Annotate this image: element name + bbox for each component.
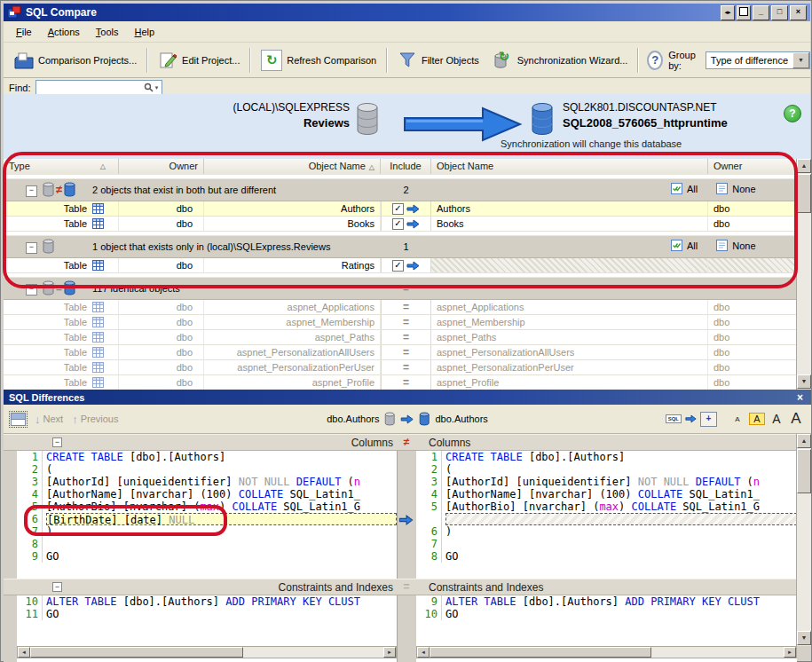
- scroll-thumb[interactable]: [797, 449, 811, 493]
- menu-tools[interactable]: Tools: [89, 24, 126, 40]
- table-icon: [92, 377, 104, 388]
- scroll-down-icon[interactable]: ▼: [797, 374, 811, 389]
- sql-differences-title: SQL Differences: [9, 392, 84, 403]
- previous-button[interactable]: Previous: [81, 414, 119, 424]
- object-row-aspnet_PersonalizationPerUser[interactable]: Tabledboaspnet_PersonalizationPerUser=as…: [4, 360, 797, 375]
- left-pane-hscrollbar[interactable]: ◄ ►: [17, 646, 397, 658]
- scroll-right-icon[interactable]: ►: [784, 647, 796, 658]
- include-arrow-icon: [406, 204, 420, 214]
- include-all-button[interactable]: All: [671, 240, 698, 251]
- object-row-Ratings[interactable]: TabledboRatings✓: [4, 258, 797, 273]
- font-size-smallest-button[interactable]: A: [729, 414, 745, 424]
- synchronization-wizard-button[interactable]: ↻ Synchronization Wizard...: [486, 46, 635, 75]
- include-none-button[interactable]: None: [716, 240, 755, 251]
- include-cell[interactable]: =: [381, 345, 431, 359]
- include-none-button[interactable]: None: [716, 183, 755, 194]
- column-header-owner-left[interactable]: Owner: [119, 159, 204, 174]
- font-size-medium-button[interactable]: A: [769, 411, 784, 427]
- column-header-owner-right[interactable]: Owner: [708, 159, 797, 174]
- scroll-up-icon[interactable]: ▲: [797, 159, 811, 173]
- code-line: 2(: [416, 463, 797, 476]
- column-header-object-name-left[interactable]: Object Name△: [204, 159, 381, 174]
- object-row-aspnet_Paths[interactable]: Tabledboaspnet_Paths=aspnet_Pathsdbo: [4, 330, 797, 345]
- grid-vertical-scrollbar[interactable]: ▲ ▼: [796, 159, 811, 390]
- maximize-button[interactable]: □: [771, 5, 788, 20]
- column-header-type[interactable]: Type△: [4, 159, 119, 174]
- scroll-thumb[interactable]: [30, 647, 243, 658]
- object-row-Books[interactable]: TabledboBooks✓Booksdbo: [4, 217, 797, 232]
- scroll-up-icon[interactable]: ▲: [797, 434, 811, 448]
- group-row[interactable]: −1 object that exists only in (local)\SQ…: [4, 235, 797, 258]
- expand-all-button[interactable]: +: [700, 412, 717, 427]
- scroll-left-icon[interactable]: ◄: [417, 647, 430, 658]
- menu-actions[interactable]: Actions: [41, 24, 87, 40]
- font-size-small-button[interactable]: A: [749, 413, 765, 425]
- menu-help[interactable]: Help: [128, 24, 162, 40]
- database-icon: [420, 412, 430, 426]
- collapse-icon[interactable]: −: [26, 284, 37, 296]
- help-icon-green[interactable]: ?: [784, 105, 801, 122]
- target-sql-pane[interactable]: 1CREATE TABLE [dbo].[Authors]2(3[AuthorI…: [416, 451, 797, 579]
- menu-file[interactable]: File: [9, 24, 39, 40]
- font-size-large-button[interactable]: A: [788, 409, 804, 429]
- group-row[interactable]: −≠2 objects that exist in both but are d…: [4, 178, 797, 201]
- search-icon[interactable]: [144, 83, 154, 92]
- owner-cell: dbo: [119, 330, 204, 344]
- object-row-aspnet_Applications[interactable]: Tabledboaspnet_Applications=aspnet_Appli…: [4, 300, 797, 315]
- object-row-aspnet_Profile[interactable]: Tabledboaspnet_Profile=aspnet_Profiledbo: [4, 375, 797, 390]
- close-button[interactable]: ×: [790, 5, 807, 20]
- edit-project-button[interactable]: Edit Project...: [151, 46, 247, 75]
- refresh-comparison-button[interactable]: ↻ Refresh Comparison: [254, 45, 383, 75]
- sql-script-icon[interactable]: SQL: [666, 414, 682, 423]
- column-header-include[interactable]: Include: [381, 159, 431, 174]
- group-by-select[interactable]: Type of difference ▼: [706, 51, 810, 69]
- include-checkbox[interactable]: ✓: [392, 218, 404, 230]
- panel-layout-icon[interactable]: [11, 413, 26, 426]
- toolbar-separator: [249, 48, 251, 73]
- include-cell[interactable]: =: [381, 300, 431, 314]
- include-cell[interactable]: =: [381, 360, 431, 374]
- scroll-down-icon[interactable]: ▼: [797, 631, 811, 645]
- include-cell[interactable]: ✓: [381, 258, 431, 272]
- include-checkbox[interactable]: ✓: [392, 203, 404, 215]
- object-row-aspnet_PersonalizationAllUsers[interactable]: Tabledboaspnet_PersonalizationAllUsers=a…: [4, 345, 797, 360]
- include-checkbox[interactable]: ✓: [392, 260, 404, 272]
- find-input[interactable]: [36, 82, 143, 93]
- column-header-object-name-right[interactable]: Object Name: [431, 159, 708, 174]
- edit-project-icon: [158, 51, 177, 70]
- collapse-icon[interactable]: −: [26, 185, 37, 197]
- search-options-caret[interactable]: ▼: [154, 85, 162, 91]
- minimize-button[interactable]: _: [753, 5, 769, 20]
- chevron-down-icon[interactable]: ▼: [792, 52, 809, 68]
- dock-toggle-button[interactable]: ◂▸: [721, 5, 735, 20]
- group-row[interactable]: −=117 identical objects=: [4, 277, 797, 300]
- diff-line-arrow-icon: [398, 515, 414, 527]
- grid-header: Type△ Owner Object Name△ Include Object …: [4, 159, 797, 176]
- comparison-projects-button[interactable]: Comparison Projects...: [7, 46, 144, 75]
- right-pane-hscrollbar[interactable]: ◄ ►: [416, 646, 797, 658]
- scroll-left-icon[interactable]: ◄: [18, 647, 30, 658]
- scroll-right-icon[interactable]: ►: [383, 647, 396, 658]
- object-row-aspnet_Membership[interactable]: Tabledboaspnet_Membership=aspnet_Members…: [4, 315, 797, 330]
- include-all-button[interactable]: All: [671, 183, 698, 194]
- diff-vertical-scrollbar[interactable]: ▲ ▼: [796, 434, 811, 646]
- next-button[interactable]: Next: [43, 414, 64, 424]
- table-icon: [92, 302, 104, 312]
- code-line: 4[AuthorName] [nvarchar] (100) COLLATE S…: [416, 488, 797, 500]
- include-cell[interactable]: ✓: [381, 217, 431, 231]
- include-cell[interactable]: ✓: [381, 201, 431, 216]
- collapse-icon[interactable]: −: [26, 242, 37, 254]
- object-row-Authors[interactable]: TabledboAuthors✓Authorsdbo: [4, 201, 797, 217]
- section-title-right: Constraints and Indexes: [429, 581, 543, 594]
- equal-icon: =: [56, 282, 62, 295]
- include-cell[interactable]: =: [381, 375, 431, 390]
- popout-button[interactable]: [737, 5, 751, 20]
- filter-objects-button[interactable]: Filter Objects: [390, 46, 486, 75]
- include-cell[interactable]: =: [381, 330, 431, 344]
- panel-close-icon[interactable]: ×: [794, 391, 806, 404]
- include-cell[interactable]: =: [381, 315, 431, 329]
- source-sql-pane[interactable]: 1CREATE TABLE [dbo].[Authors]2(3[AuthorI…: [17, 451, 397, 579]
- scroll-thumb[interactable]: [797, 174, 811, 213]
- help-icon[interactable]: ?: [647, 51, 663, 70]
- scroll-thumb[interactable]: [430, 647, 651, 658]
